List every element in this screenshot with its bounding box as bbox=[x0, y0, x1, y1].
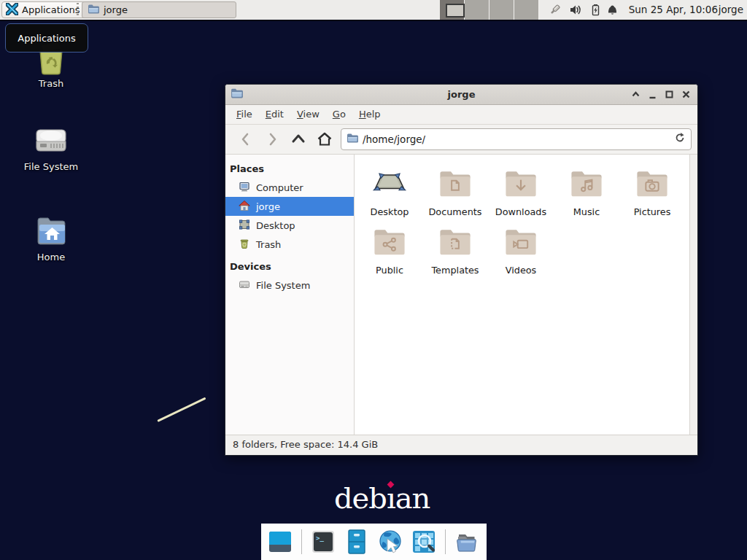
path-bar[interactable]: /home/jorge/ bbox=[341, 128, 692, 150]
reload-icon[interactable] bbox=[674, 132, 686, 147]
file-item-label: Public bbox=[357, 265, 422, 275]
close-button[interactable] bbox=[678, 86, 694, 103]
trash-icon bbox=[239, 238, 250, 252]
sidebar-item-desktop[interactable]: Desktop bbox=[225, 216, 354, 235]
panel-clock[interactable]: Sun 25 Apr, 10:06 bbox=[629, 0, 718, 20]
desktop-screen: Applications jorge bbox=[0, 0, 747, 560]
sidebar-item-computer[interactable]: Computer bbox=[225, 178, 354, 197]
window-titlebar[interactable]: jorge bbox=[225, 85, 697, 105]
file-item-desktop[interactable]: Desktop bbox=[357, 165, 422, 217]
open-folder-icon bbox=[454, 529, 480, 555]
applications-menu-label: Applications bbox=[22, 4, 80, 15]
dock-separator bbox=[445, 529, 446, 554]
sidebar-item-trash[interactable]: Trash bbox=[225, 235, 354, 254]
taskbar-window-label: jorge bbox=[104, 4, 128, 15]
volume-icon[interactable] bbox=[570, 4, 582, 16]
top-panel: Applications jorge bbox=[0, 0, 747, 20]
file-item-documents[interactable]: Documents bbox=[422, 165, 488, 217]
show-desktop-button[interactable] bbox=[266, 528, 294, 556]
file-item-public[interactable]: Public bbox=[357, 223, 422, 275]
workspace-switcher[interactable] bbox=[440, 0, 539, 20]
file-item-pictures[interactable]: Pictures bbox=[619, 165, 685, 217]
file-item-label: Downloads bbox=[488, 207, 554, 217]
panel-username[interactable]: jorge bbox=[719, 0, 743, 20]
terminal-icon: >_ bbox=[310, 529, 336, 555]
desktop-icon-filesystem[interactable]: File System bbox=[0, 124, 102, 172]
file-item-label: Templates bbox=[422, 265, 488, 275]
home-folder-icon bbox=[32, 213, 70, 249]
applications-menu-button[interactable]: Applications bbox=[1, 1, 86, 18]
web-browser-launcher[interactable] bbox=[376, 528, 404, 556]
window-folder-icon bbox=[231, 87, 243, 102]
sidebar-item-label: jorge bbox=[256, 201, 280, 212]
desktop-icon-home[interactable]: Home bbox=[0, 213, 102, 262]
file-item-label: Videos bbox=[488, 265, 554, 275]
app-finder-launcher[interactable] bbox=[410, 528, 438, 556]
file-item-downloads[interactable]: Downloads bbox=[488, 165, 554, 217]
minimize-button[interactable] bbox=[644, 86, 661, 103]
file-item-videos[interactable]: Videos bbox=[488, 223, 554, 275]
workspace-4[interactable] bbox=[514, 0, 539, 20]
window-title: jorge bbox=[448, 89, 476, 100]
folder-icon bbox=[88, 3, 99, 17]
panel-handle[interactable] bbox=[77, 3, 79, 17]
shade-button[interactable] bbox=[627, 86, 644, 103]
menu-help[interactable]: Help bbox=[352, 105, 387, 124]
file-view: Desktop Documents bbox=[355, 155, 689, 435]
bell-icon[interactable] bbox=[606, 4, 619, 16]
workspace-2[interactable] bbox=[465, 0, 489, 20]
toolbar: /home/jorge/ bbox=[225, 125, 697, 155]
scrollbar[interactable] bbox=[689, 155, 697, 435]
dock-separator bbox=[301, 529, 302, 554]
menu-edit[interactable]: Edit bbox=[259, 105, 290, 124]
desktop-scratch-line bbox=[157, 397, 206, 422]
sidebar-places-header: Places bbox=[225, 160, 354, 178]
show-desktop-icon bbox=[267, 529, 293, 555]
file-cabinet-launcher[interactable] bbox=[343, 528, 371, 556]
desktop-icon-label: Home bbox=[0, 252, 102, 262]
home-button[interactable] bbox=[311, 128, 338, 150]
battery-icon[interactable] bbox=[589, 4, 602, 16]
desktop-icon-label: Trash bbox=[0, 78, 102, 89]
file-item-label: Pictures bbox=[619, 207, 685, 217]
workspace-3[interactable] bbox=[489, 0, 514, 20]
maximize-button[interactable] bbox=[661, 86, 678, 103]
tool-icon[interactable] bbox=[549, 4, 561, 16]
pictures-folder-icon bbox=[633, 165, 671, 203]
sidebar-item-filesystem[interactable]: File System bbox=[225, 276, 354, 295]
svg-text:>_: >_ bbox=[316, 534, 324, 542]
back-button[interactable] bbox=[233, 128, 259, 150]
workspace-window-preview bbox=[446, 4, 465, 18]
taskbar-window-button[interactable]: jorge bbox=[82, 1, 236, 18]
debian-logo-text: deb bbox=[334, 481, 387, 515]
terminal-launcher[interactable]: >_ bbox=[309, 528, 337, 556]
sidebar: Places Computer bbox=[225, 155, 355, 435]
dock: >_ bbox=[261, 524, 487, 560]
menu-go[interactable]: Go bbox=[326, 105, 352, 124]
directory-menu-button[interactable] bbox=[453, 528, 481, 556]
videos-folder-icon bbox=[502, 223, 540, 261]
forward-button[interactable] bbox=[259, 128, 285, 150]
workspace-1[interactable] bbox=[440, 0, 465, 20]
file-item-templates[interactable]: Templates bbox=[422, 223, 488, 275]
menu-bar: File Edit View Go Help bbox=[225, 105, 697, 125]
sidebar-item-jorge[interactable]: jorge bbox=[225, 197, 354, 216]
sidebar-item-label: Trash bbox=[256, 239, 281, 250]
file-cabinet-icon bbox=[344, 529, 370, 555]
drive-icon bbox=[239, 279, 250, 292]
app-finder-icon bbox=[411, 529, 437, 555]
file-item-label: Documents bbox=[422, 207, 488, 217]
status-bar: 8 folders, Free space: 14.4 GiB bbox=[225, 435, 697, 455]
path-input[interactable]: /home/jorge/ bbox=[363, 133, 670, 145]
file-item-label: Music bbox=[554, 207, 619, 217]
sidebar-item-label: Computer bbox=[256, 182, 303, 193]
up-button[interactable] bbox=[285, 128, 311, 150]
menu-view[interactable]: View bbox=[290, 105, 326, 124]
xfce-logo-icon bbox=[6, 3, 18, 18]
templates-folder-icon bbox=[436, 223, 474, 261]
file-item-music[interactable]: Music bbox=[554, 165, 619, 217]
menu-file[interactable]: File bbox=[230, 105, 259, 124]
computer-icon bbox=[239, 181, 250, 195]
file-manager-window: jorge File Edit View Go Help bbox=[225, 84, 698, 456]
status-text: 8 folders, Free space: 14.4 GiB bbox=[233, 439, 378, 450]
